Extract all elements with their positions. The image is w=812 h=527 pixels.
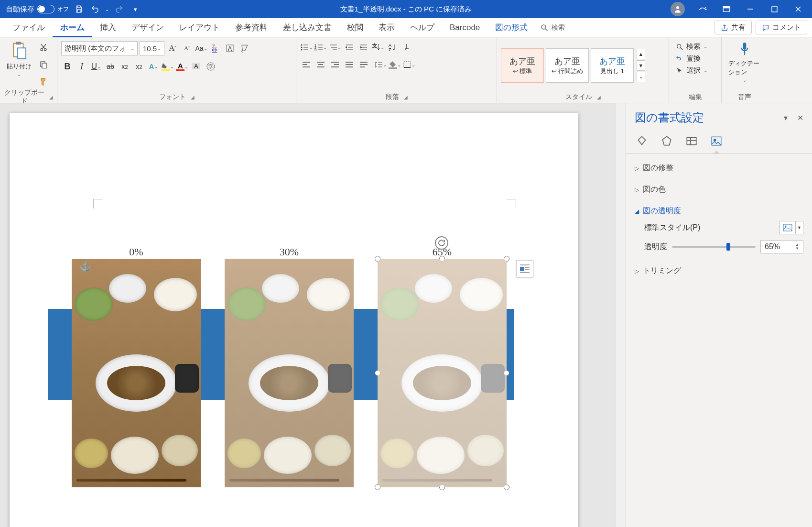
section-correction[interactable]: ▷図の修整 [635,161,803,175]
style-heading1[interactable]: あア亜見出し 1 [591,48,634,83]
highlight-icon[interactable]: ⌄ [162,60,174,73]
section-color[interactable]: ▷図の色 [635,183,803,197]
bullets-icon[interactable]: ⌄ [300,41,313,54]
shading-icon[interactable]: ⌄ [389,58,401,71]
qat-customize-icon[interactable]: ▾ [129,3,141,15]
select-button[interactable]: 選択⌄ [673,65,710,76]
section-crop[interactable]: ▷トリミング [635,264,803,278]
pane-tab-size-icon[interactable] [684,134,699,148]
format-painter-icon[interactable] [37,76,50,88]
rotate-handle-icon[interactable] [435,236,448,250]
line-spacing-icon[interactable]: ⌄ [374,58,387,71]
bold-icon[interactable]: B [61,60,74,73]
char-shading-icon[interactable]: A [190,60,203,73]
share-button[interactable]: 共有 [715,21,752,34]
pane-options-icon[interactable]: ▾ [784,113,788,122]
show-marks-icon[interactable] [401,41,413,54]
numbering-icon[interactable]: 123⌄ [314,41,327,54]
save-icon[interactable] [73,3,85,15]
layout-options-icon[interactable] [516,260,533,277]
maximize-button[interactable] [763,0,785,18]
dictate-button[interactable]: ディクテーション⌄ [725,39,763,85]
tab-insert[interactable]: 挿入 [92,18,124,37]
align-center-icon[interactable] [314,58,327,71]
font-name-combo[interactable]: 游明朝 (本文のフォ⌄ [61,41,138,55]
account-icon[interactable] [671,2,685,16]
document-canvas[interactable]: 0% 30% 65% [0,103,615,527]
inc-indent-icon[interactable] [357,41,370,54]
para-dialog-icon[interactable]: ◢ [404,95,408,100]
comment-button[interactable]: コメント [756,21,807,34]
transparency-input[interactable]: 65% ▲▼ [760,240,803,253]
phonetic-guide-icon[interactable]: ア亜 [209,42,222,55]
redo-icon[interactable] [113,3,125,15]
transparency-preset-button[interactable] [780,221,796,234]
enclose-char-icon[interactable]: 字 [205,60,217,73]
font-size-combo[interactable]: 10.5⌄ [140,41,164,55]
subscript-icon[interactable]: x2 [119,60,131,73]
borders-icon[interactable]: ⌄ [403,58,415,71]
paste-button[interactable]: 貼り付け ⌄ [4,39,34,79]
tab-barcode[interactable]: Barcode [442,18,487,37]
style-gallery-more[interactable]: ⌄ [637,72,645,82]
pane-tab-picture-icon[interactable] [709,134,724,148]
superscript-icon[interactable]: x2 [133,60,145,73]
sort-icon[interactable]: AZ [386,41,399,54]
align-right-icon[interactable] [329,58,341,71]
replace-button[interactable]: 置換 [673,53,710,64]
section-transparency[interactable]: ◢図の透明度 [635,204,803,218]
ribbon-display-icon[interactable] [692,0,714,18]
text-effects-icon[interactable]: A⌄ [147,60,160,73]
tab-references[interactable]: 参考資料 [227,18,275,37]
undo-dropdown[interactable]: ⌄ [105,7,109,12]
search-box[interactable]: 検索 [535,23,570,32]
underline-icon[interactable]: U⌄ [90,60,102,73]
transparency-preset-dropdown[interactable]: ▼ [796,221,803,234]
pane-tab-effects-icon[interactable] [660,134,674,148]
font-color-icon[interactable]: A⌄ [176,60,188,73]
multilevel-icon[interactable]: ⌄ [329,41,341,54]
pane-close-icon[interactable]: ✕ [797,113,803,122]
undo-icon[interactable] [89,3,101,15]
tab-layout[interactable]: レイアウト [172,18,227,37]
vertical-scrollbar[interactable] [615,103,626,527]
transparency-slider[interactable] [672,246,756,248]
tab-view[interactable]: 表示 [371,18,402,37]
tab-home[interactable]: ホーム [53,18,92,37]
minimize-button[interactable] [739,0,761,18]
tab-picture-format[interactable]: 図の形式 [487,18,535,37]
dec-indent-icon[interactable] [343,41,356,54]
clipboard-dialog-icon[interactable]: ◢ [49,95,53,100]
change-case-icon[interactable]: Aa⌄ [195,42,207,55]
close-button[interactable] [787,0,809,18]
tab-mailings[interactable]: 差し込み文書 [275,18,339,37]
grow-font-icon[interactable]: Aˆ [166,42,179,55]
image-0pct[interactable] [72,259,201,487]
image-65pct-selected[interactable] [378,259,507,487]
distribute-icon[interactable] [357,58,370,71]
tab-design[interactable]: デザイン [124,18,172,37]
copy-icon[interactable] [37,58,50,71]
spin-down-icon[interactable]: ▼ [795,247,799,251]
align-left-icon[interactable] [300,58,313,71]
autosave-toggle[interactable]: 自動保存 オフ [6,5,69,14]
char-border-icon[interactable]: A [224,42,236,55]
cut-icon[interactable] [37,41,50,54]
clear-format-icon[interactable] [238,42,250,55]
tab-help[interactable]: ヘルプ [402,18,442,37]
style-normal[interactable]: あア亜↩ 標準 [501,48,544,83]
italic-icon[interactable]: I [76,60,88,73]
style-nospacing[interactable]: あア亜↩ 行間詰め [546,48,589,83]
align-justify-icon[interactable] [343,58,356,71]
style-scroll-up[interactable]: ▲ [637,49,645,59]
text-dir-icon[interactable]: 文⌄ [372,41,384,54]
shrink-font-icon[interactable]: Aˇ [181,42,193,55]
tab-review[interactable]: 校閲 [339,18,371,37]
pane-tab-fill-icon[interactable] [635,134,649,148]
style-scroll-down[interactable]: ▼ [637,60,645,71]
image-30pct[interactable] [225,259,354,487]
ribbon-mode-icon[interactable] [715,0,737,18]
find-button[interactable]: 検索⌄ [673,41,710,52]
strike-icon[interactable]: ab [104,60,117,73]
font-dialog-icon[interactable]: ◢ [191,95,195,100]
